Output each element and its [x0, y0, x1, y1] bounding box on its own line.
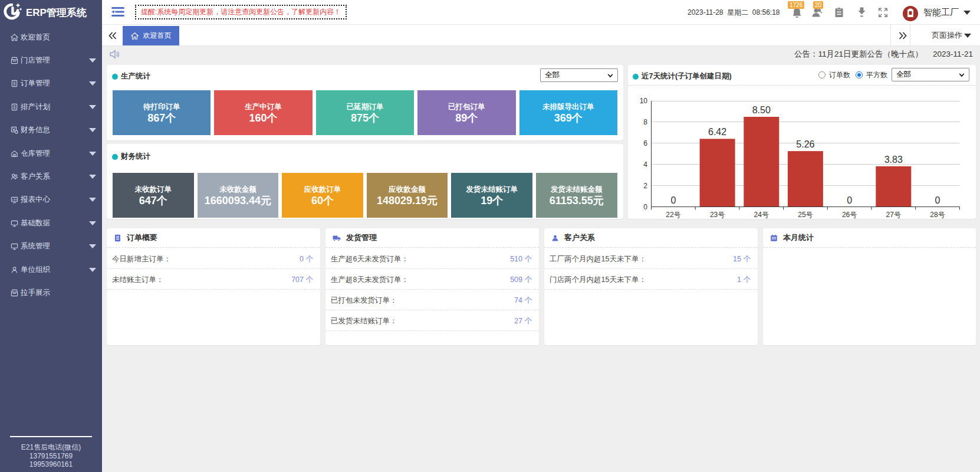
- svg-text:0: 0: [935, 195, 940, 205]
- svg-text:26号: 26号: [842, 211, 857, 219]
- svg-text:8: 8: [643, 118, 647, 126]
- svg-text:6: 6: [643, 139, 647, 148]
- svg-text:28号: 28号: [930, 211, 945, 219]
- svg-text:5.26: 5.26: [796, 139, 814, 149]
- svg-text:3.83: 3.83: [884, 155, 903, 165]
- svg-text:24号: 24号: [754, 211, 769, 219]
- svg-text:0: 0: [847, 195, 852, 205]
- svg-text:0: 0: [670, 195, 676, 205]
- svg-text:23号: 23号: [710, 211, 725, 219]
- svg-text:22号: 22号: [666, 211, 680, 219]
- svg-text:6.42: 6.42: [708, 127, 726, 137]
- svg-text:25号: 25号: [798, 211, 813, 219]
- svg-text:8.50: 8.50: [752, 105, 771, 115]
- svg-text:27号: 27号: [886, 211, 901, 219]
- svg-text:10: 10: [640, 97, 648, 105]
- svg-text:2: 2: [643, 182, 647, 190]
- svg-text:4: 4: [643, 160, 647, 169]
- svg-text:0: 0: [643, 203, 647, 211]
